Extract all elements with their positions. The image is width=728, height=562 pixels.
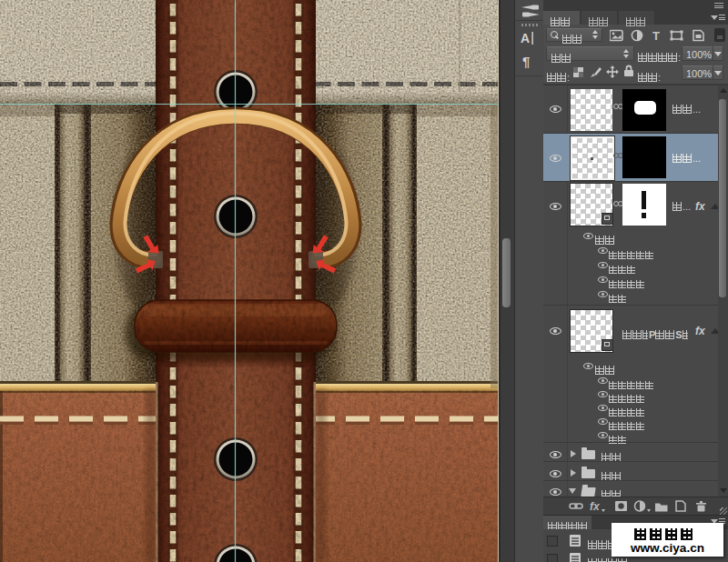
svg-text:fx: fx	[590, 500, 601, 512]
svg-text:T: T	[652, 29, 660, 42]
svg-text:A: A	[521, 31, 530, 45]
svg-text:¶: ¶	[522, 54, 530, 69]
svg-text:www.ciya.cn: www.ciya.cn	[630, 541, 704, 555]
